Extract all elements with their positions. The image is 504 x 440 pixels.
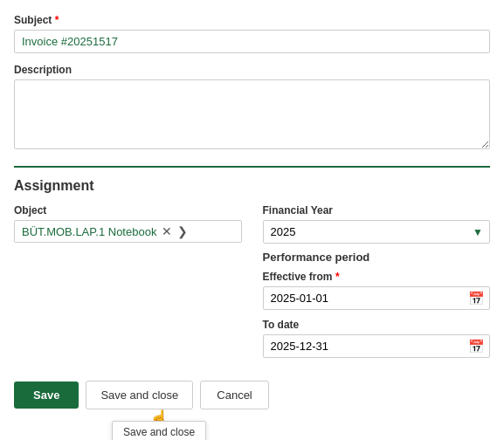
save-and-close-button[interactable]: Save and close: [86, 381, 193, 409]
effective-from-calendar-icon[interactable]: 📅: [468, 291, 485, 306]
object-clear-icon[interactable]: ✕: [162, 225, 172, 237]
performance-period-section: Performance period Effective from * 📅 To…: [263, 251, 491, 358]
effective-from-input[interactable]: [263, 286, 491, 310]
description-group: Description: [14, 64, 490, 152]
description-input[interactable]: [14, 79, 490, 149]
financial-year-select[interactable]: 2024 2025 2026: [263, 220, 491, 244]
effective-from-label-text: Effective from: [263, 271, 333, 283]
save-button[interactable]: Save: [14, 382, 79, 409]
effective-from-label: Effective from *: [263, 271, 491, 283]
financial-year-label: Financial Year: [263, 204, 491, 217]
financial-year-group: Financial Year 2024 2025 2026 ▼ Performa…: [263, 204, 491, 367]
to-date-wrap: 📅: [263, 334, 491, 358]
financial-year-select-wrap: 2024 2025 2026 ▼: [263, 220, 491, 244]
subject-label: Subject *: [14, 14, 490, 26]
effective-from-wrap: 📅: [263, 286, 491, 310]
object-field: BÜT.MOB.LAP.1 Notebook ✕ ❯: [14, 220, 242, 243]
effective-from-group: Effective from * 📅: [263, 271, 491, 310]
action-bar: Save Save and close ☝ Cancel Save and cl…: [14, 381, 490, 409]
subject-input[interactable]: [14, 30, 490, 53]
subject-group: Subject *: [14, 14, 490, 53]
assignment-section: Assignment Object BÜT.MOB.LAP.1 Notebook…: [14, 178, 490, 367]
performance-period-title: Performance period: [263, 251, 491, 264]
subject-label-text: Subject: [14, 14, 52, 26]
object-arrow-icon[interactable]: ❯: [177, 224, 188, 238]
object-value: BÜT.MOB.LAP.1 Notebook: [22, 225, 156, 238]
assignment-grid: Object BÜT.MOB.LAP.1 Notebook ✕ ❯ Financ…: [14, 204, 490, 367]
save-and-close-tooltip: Save and close: [112, 421, 206, 440]
to-date-label: To date: [263, 319, 491, 331]
object-group: Object BÜT.MOB.LAP.1 Notebook ✕ ❯: [14, 204, 242, 367]
to-date-input[interactable]: [263, 334, 491, 358]
cancel-button[interactable]: Cancel: [200, 381, 268, 409]
object-label: Object: [14, 204, 242, 217]
description-label: Description: [14, 64, 490, 76]
to-date-group: To date 📅: [263, 319, 491, 358]
to-date-calendar-icon[interactable]: 📅: [468, 339, 485, 354]
section-divider: [14, 166, 490, 168]
effective-from-required: *: [335, 271, 340, 283]
subject-required: *: [55, 14, 59, 26]
assignment-title: Assignment: [14, 178, 490, 194]
